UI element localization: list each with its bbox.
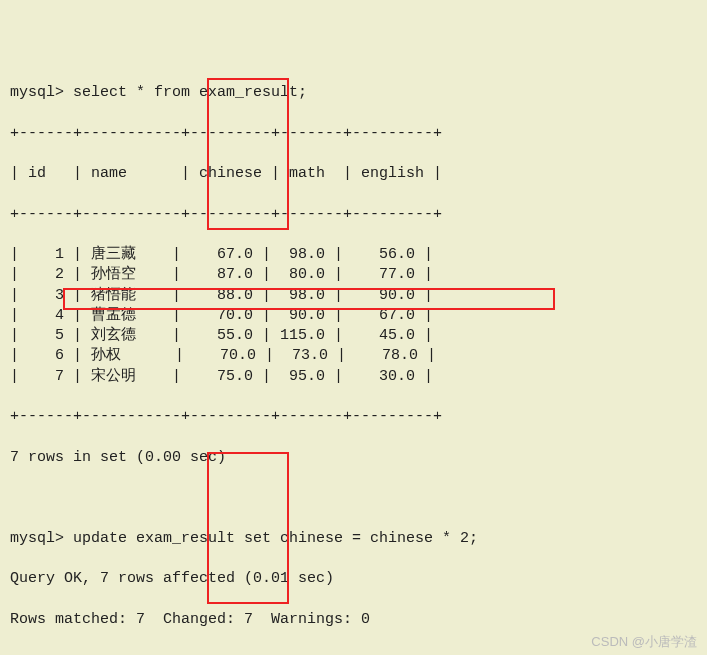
query-line-1: mysql> select * from exam_result; [10, 83, 697, 103]
hdr: | id | name | chinese | math | english | [10, 164, 697, 184]
table-row: | 2 | 孙悟空 | 87.0 | 80.0 | 77.0 | [10, 265, 697, 285]
table-row: | 1 | 唐三藏 | 67.0 | 98.0 | 56.0 | [10, 245, 697, 265]
rows-matched: Rows matched: 7 Changed: 7 Warnings: 0 [10, 610, 697, 630]
sql-update: update exam_result set chinese = chinese… [73, 530, 478, 547]
watermark: CSDN @小唐学渣 [591, 633, 697, 651]
mysql-prompt: mysql> [10, 530, 64, 547]
table-row: | 4 | 曹孟德 | 70.0 | 90.0 | 67.0 | [10, 306, 697, 326]
table-row: | 7 | 宋公明 | 75.0 | 95.0 | 30.0 | [10, 367, 697, 387]
blank [10, 488, 697, 508]
rows-msg-1: 7 rows in set (0.00 sec) [10, 448, 697, 468]
update-ok: Query OK, 7 rows affected (0.01 sec) [10, 569, 697, 589]
sep: +------+-----------+---------+-------+--… [10, 124, 697, 144]
sql-select-1: select * from exam_result; [73, 84, 307, 101]
table-row: | 5 | 刘玄德 | 55.0 | 115.0 | 45.0 | [10, 326, 697, 346]
mysql-prompt: mysql> [10, 84, 64, 101]
table-row: | 6 | 孙权 | 70.0 | 73.0 | 78.0 | [10, 346, 697, 366]
update-line: mysql> update exam_result set chinese = … [10, 529, 697, 549]
sep: +------+-----------+---------+-------+--… [10, 205, 697, 225]
table-row: | 3 | 猪悟能 | 88.0 | 98.0 | 90.0 | [10, 286, 697, 306]
sep: +------+-----------+---------+-------+--… [10, 407, 697, 427]
